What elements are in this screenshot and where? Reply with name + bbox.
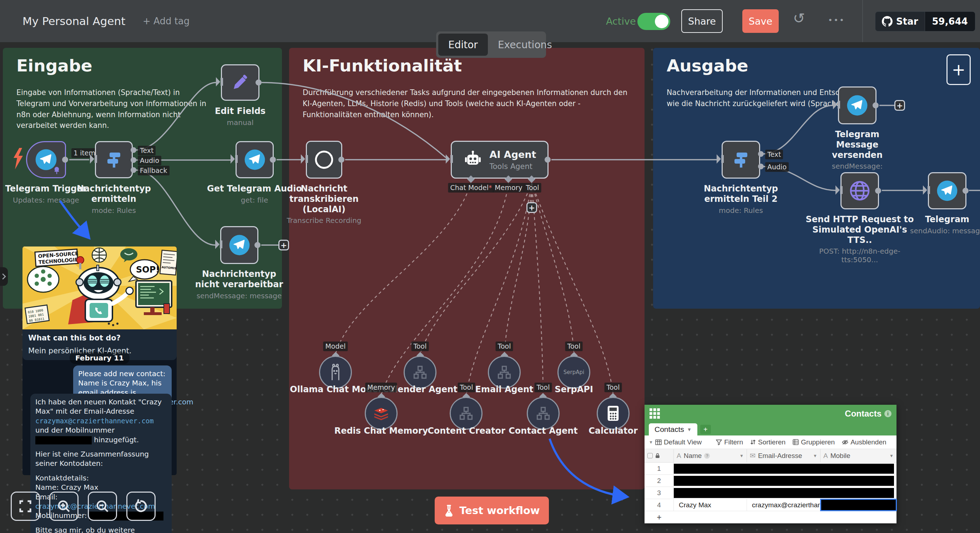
tab-editor[interactable]: Editor (438, 34, 488, 56)
view-selector[interactable]: ▼ Default View (649, 438, 702, 446)
output-port-text[interactable] (758, 151, 764, 157)
input-port[interactable] (301, 154, 308, 165)
output-port[interactable] (545, 157, 550, 163)
node-nachrichtentyp-ermitteln[interactable] (95, 141, 133, 178)
output-port[interactable] (338, 157, 344, 163)
share-button[interactable]: Share (681, 9, 723, 33)
node-telegram-audio[interactable] (928, 172, 966, 209)
table-row[interactable]: 3 (644, 487, 896, 499)
input-port[interactable] (835, 185, 843, 196)
input-port[interactable] (717, 154, 724, 165)
save-button[interactable]: Save (742, 9, 779, 33)
fit-view-button[interactable] (11, 492, 40, 521)
input-port[interactable] (216, 77, 223, 88)
input-port[interactable] (215, 240, 222, 251)
group-button[interactable]: Gruppieren (793, 438, 835, 446)
input-port[interactable] (923, 185, 930, 196)
history-icon[interactable]: ↺ (793, 10, 805, 26)
node-name: Telegram (901, 214, 980, 225)
output-port[interactable] (963, 188, 969, 194)
workflow-icon (496, 364, 512, 380)
telegram-icon (244, 148, 266, 171)
output-port-audio[interactable] (758, 164, 764, 169)
tool-node-calender-agent[interactable] (404, 356, 436, 389)
node-nachrichtentyp-nicht-verarbeitbar[interactable] (220, 226, 258, 264)
table-row[interactable]: 4 Crazy Max crazymax@crazierthaneve... (644, 499, 896, 511)
tool-node-ollama-chat-model[interactable] (319, 356, 352, 389)
output-port-text[interactable] (130, 147, 136, 153)
output-port[interactable] (270, 157, 276, 163)
workflow-title[interactable]: My Personal Agent (22, 14, 125, 27)
node-http-request-tts[interactable] (840, 172, 879, 209)
info-icon[interactable]: i (885, 410, 891, 417)
tool-node-content-creator[interactable] (450, 397, 482, 430)
add-connection-button[interactable]: + (278, 240, 289, 251)
output-port-fallback[interactable] (130, 167, 136, 173)
column-header-email[interactable]: ✉Email-Adresse▼ (747, 449, 821, 462)
node-nachricht-transkribieren[interactable] (306, 141, 342, 179)
zoom-in-button[interactable] (49, 492, 78, 521)
input-port[interactable] (90, 154, 97, 165)
input-port[interactable] (446, 154, 453, 165)
github-star-widget[interactable]: Star 59,644 (875, 11, 975, 32)
cell-name[interactable]: Crazy Max (674, 499, 747, 511)
port-chip-tool: Tool (458, 383, 476, 392)
grid-icon[interactable] (649, 409, 660, 419)
node-telegram-message-versenden[interactable] (838, 86, 877, 124)
lock-icon (655, 453, 660, 458)
sort-icon (750, 439, 756, 445)
tab-contacts[interactable]: Contacts▼ (649, 423, 697, 436)
tool-node-contact-agent[interactable] (527, 397, 560, 430)
github-star-button[interactable]: Star (875, 12, 925, 31)
column-header-name[interactable]: AName?▼ (674, 449, 747, 462)
output-port[interactable] (62, 157, 68, 163)
add-row-button[interactable]: + (644, 511, 896, 523)
filter-button[interactable]: Filtern (716, 438, 743, 446)
input-port[interactable] (833, 100, 840, 111)
sort-button[interactable]: Sortieren (750, 438, 786, 446)
section-title-ki: KI-Funktionalität (303, 56, 462, 75)
add-table-button[interactable]: + (700, 425, 711, 434)
select-all-column[interactable] (644, 449, 674, 462)
output-port[interactable] (875, 188, 881, 194)
table-row[interactable]: 2 (644, 475, 896, 487)
section-title-eingabe: Eingabe (16, 56, 92, 75)
output-port[interactable] (255, 242, 261, 248)
add-tag-button[interactable]: + Add tag (143, 16, 189, 26)
node-edit-fields[interactable] (221, 64, 259, 101)
node-telegram-trigger[interactable] (26, 141, 66, 178)
add-tool-button[interactable]: + (527, 202, 537, 213)
output-port-audio[interactable] (130, 157, 136, 163)
tool-node-redis-chat-memory[interactable] (365, 397, 398, 430)
tool-node-calculator[interactable] (597, 397, 630, 430)
more-menu-icon[interactable]: ••• (828, 16, 845, 25)
node-get-telegram-audio[interactable] (235, 141, 274, 178)
column-header-mobile[interactable]: AMobile▼ (821, 449, 896, 462)
tool-node-serpapi[interactable]: SerpApi (557, 356, 590, 389)
zoom-out-button[interactable] (88, 492, 117, 521)
cell-email[interactable]: crazymax@crazierthaneve... (747, 499, 821, 511)
tab-executions[interactable]: Executions (488, 34, 562, 56)
test-workflow-button[interactable]: Test workflow (435, 496, 549, 524)
port-chip-memory: Memory (493, 183, 524, 193)
output-port[interactable] (873, 102, 879, 109)
add-node-button[interactable]: + (947, 54, 971, 85)
table-view-icon (655, 439, 662, 445)
redacted-row (674, 488, 894, 498)
active-toggle[interactable] (637, 13, 670, 30)
checkbox-icon[interactable] (648, 453, 653, 458)
node-nachrichtentyp-teil2[interactable] (722, 141, 760, 179)
node-ai-agent[interactable]: AI Agent Tools Agent (451, 141, 549, 179)
output-port[interactable] (256, 80, 262, 86)
cell-mobile-selected[interactable] (821, 499, 896, 511)
panel-expand-handle[interactable] (0, 267, 8, 286)
table-row[interactable]: 1 (644, 463, 896, 475)
email-link-mono[interactable]: crazymax@crazierthannever.com (35, 417, 154, 425)
filter-icon (716, 439, 722, 445)
add-connection-button[interactable]: + (894, 100, 905, 111)
hide-fields-button[interactable]: Ausblenden (842, 438, 886, 446)
input-port[interactable] (231, 154, 238, 165)
tool-node-email-agent[interactable] (488, 356, 521, 389)
node-subtitle: POST: http://n8n-edge-tts:5050... (804, 247, 915, 264)
reset-zoom-button[interactable] (126, 492, 156, 521)
